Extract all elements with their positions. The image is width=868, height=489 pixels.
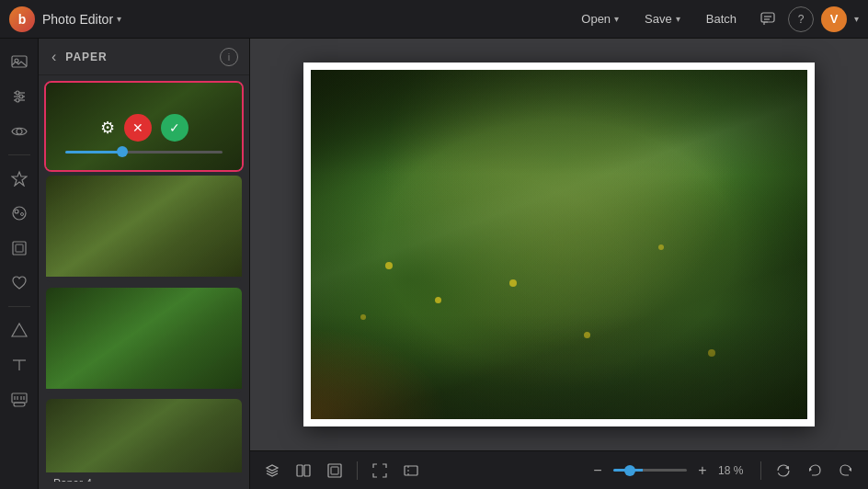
svg-point-15	[20, 213, 23, 216]
zoom-plus-button[interactable]: +	[692, 461, 713, 481]
svg-point-9	[19, 95, 23, 98]
filter-panel: ‹ PAPER i ⚙ ✕ ✓	[39, 39, 250, 489]
svg-rect-17	[16, 244, 23, 252]
panel-title: PAPER	[65, 51, 212, 63]
svg-rect-26	[14, 403, 25, 406]
filter-label-2: Paper 2	[46, 277, 242, 282]
svg-rect-21	[12, 393, 27, 403]
svg-point-13	[13, 207, 26, 220]
save-chevron-icon: ▾	[676, 14, 680, 24]
app-logo: b	[9, 6, 35, 32]
filter-list: ⚙ ✕ ✓ Paper 2 Paper	[39, 75, 249, 489]
zoom-minus-button[interactable]: −	[588, 461, 608, 481]
svg-rect-27	[297, 465, 303, 476]
compare-button[interactable]	[291, 458, 316, 483]
filter-controls-overlay: ⚙ ✕ ✓	[46, 83, 242, 170]
heart-icon	[11, 275, 28, 291]
sidebar-frames-button[interactable]	[4, 233, 35, 264]
effects-icon	[11, 205, 28, 222]
filter-thumb-active: ⚙ ✕ ✓	[46, 83, 242, 170]
svg-marker-12	[12, 172, 27, 186]
open-button[interactable]: Open ▾	[570, 7, 630, 30]
zoom-slider[interactable]	[613, 469, 687, 472]
chat-button[interactable]	[755, 6, 781, 32]
filter-accept-button[interactable]: ✓	[161, 114, 188, 142]
topbar: b Photo Editor ▾ Open ▾ Save ▾ Batch ?	[0, 0, 868, 39]
sidebar-overlays-button[interactable]	[4, 267, 35, 299]
filter-reject-button[interactable]: ✕	[124, 114, 152, 142]
chat-icon	[760, 12, 775, 27]
canvas-image-frame	[303, 63, 815, 426]
topbar-actions: Open ▾ Save ▾ Batch	[570, 7, 748, 30]
app-title[interactable]: Photo Editor ▾	[42, 12, 121, 27]
panel-info-button[interactable]: i	[220, 48, 238, 66]
bottombar: − + 18 %	[250, 450, 868, 489]
list-item[interactable]: Paper 4	[46, 399, 242, 482]
refresh-icon	[776, 463, 791, 478]
undo-button[interactable]	[802, 458, 828, 483]
sidebar-text-button[interactable]	[4, 349, 35, 381]
svg-rect-0	[761, 13, 774, 22]
title-chevron-icon: ▾	[117, 14, 121, 24]
snapshot-icon	[327, 463, 342, 478]
svg-point-11	[17, 129, 22, 134]
sidebar-adjustments-button[interactable]	[4, 81, 35, 112]
sidebar-favorites-button[interactable]	[4, 163, 35, 194]
save-button[interactable]: Save ▾	[634, 7, 691, 30]
sidebar-brush-button[interactable]	[4, 384, 35, 415]
user-avatar[interactable]: V	[821, 6, 847, 32]
list-item[interactable]: Paper 2	[46, 176, 242, 282]
filter-label-4: Paper 4	[46, 472, 242, 482]
bottombar-separator-1	[357, 461, 358, 480]
adjustments-icon	[11, 88, 28, 105]
main-area: ‹ PAPER i ⚙ ✕ ✓	[0, 39, 868, 489]
svg-rect-31	[405, 466, 417, 475]
svg-rect-3	[12, 56, 27, 67]
snapshot-button[interactable]	[322, 458, 348, 483]
filter-thumb-2	[46, 176, 242, 277]
help-icon: ?	[798, 13, 805, 26]
filter-intensity-slider[interactable]	[65, 151, 222, 154]
svg-rect-16	[13, 242, 26, 255]
filter-slider-row	[65, 151, 222, 154]
sidebar-separator-2	[8, 306, 30, 307]
svg-marker-18	[12, 324, 27, 336]
layers-button[interactable]	[259, 458, 285, 483]
compare-icon	[296, 463, 311, 478]
photo-icon	[11, 53, 28, 70]
redo-button[interactable]	[833, 458, 859, 483]
star-icon	[11, 170, 28, 187]
filter-thumb-3	[46, 288, 242, 389]
zoom-control: − + 18 %	[588, 461, 751, 481]
brush-icon	[11, 392, 28, 408]
svg-rect-28	[304, 465, 310, 476]
sidebar-shapes-button[interactable]	[4, 314, 35, 346]
fullscreen-icon	[404, 463, 418, 478]
fullscreen-button[interactable]	[398, 458, 424, 483]
help-button[interactable]: ?	[788, 6, 814, 32]
undo-icon	[807, 463, 822, 478]
svg-point-10	[16, 98, 19, 102]
frames-icon	[11, 240, 28, 256]
sidebar-effects-button[interactable]	[4, 198, 35, 229]
svg-point-14	[15, 210, 18, 213]
panel-back-button[interactable]: ‹	[50, 47, 58, 67]
sidebar-view-button[interactable]	[4, 116, 35, 147]
canvas-viewport[interactable]	[250, 39, 868, 450]
filter-controls-row: ⚙ ✕ ✓	[100, 114, 188, 142]
topbar-right: ? V ▾	[755, 6, 859, 32]
svg-rect-29	[328, 464, 341, 477]
list-item[interactable]: Paper 3	[46, 288, 242, 394]
settings-icon[interactable]: ⚙	[100, 118, 115, 138]
list-item[interactable]: ⚙ ✕ ✓	[46, 83, 242, 170]
fit-icon	[372, 463, 387, 478]
text-icon	[11, 357, 28, 373]
user-chevron-icon[interactable]: ▾	[854, 14, 859, 24]
refresh-button[interactable]	[771, 458, 796, 483]
icon-sidebar	[0, 39, 39, 489]
svg-point-8	[16, 91, 19, 95]
fit-button[interactable]	[367, 458, 393, 483]
sidebar-photo-button[interactable]	[4, 46, 35, 77]
batch-button[interactable]: Batch	[695, 7, 748, 30]
canvas-area: − + 18 %	[250, 39, 868, 489]
